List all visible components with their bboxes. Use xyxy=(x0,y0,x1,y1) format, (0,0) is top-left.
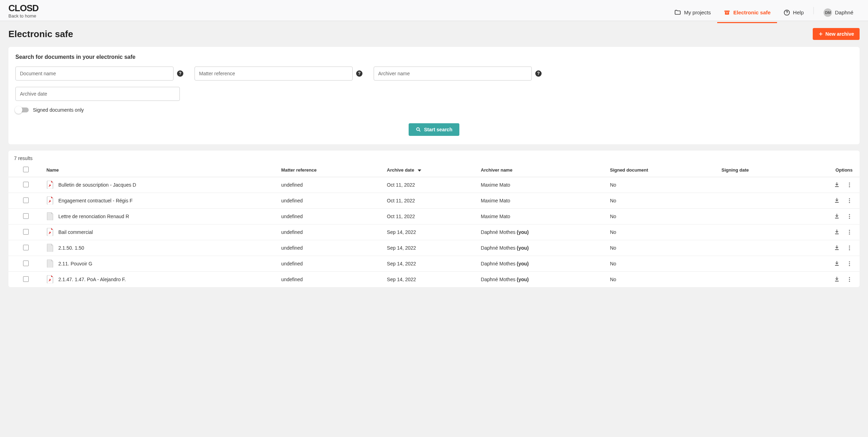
archive-date-field-wrap xyxy=(15,87,180,101)
signed-cell: No xyxy=(607,272,719,287)
kebab-menu-icon[interactable] xyxy=(846,182,853,188)
document-name-input[interactable] xyxy=(15,67,174,81)
row-checkbox[interactable] xyxy=(23,182,29,187)
table-row: 2.1.50. 1.50undefinedSep 14, 2022Daphné … xyxy=(8,240,860,256)
search-panel: Search for documents in your electronic … xyxy=(8,47,860,144)
document-name[interactable]: 2.1.47. 1.47. PoA - Alejandro F. xyxy=(58,277,126,282)
row-checkbox[interactable] xyxy=(23,213,29,219)
svg-point-16 xyxy=(849,216,850,217)
name-cell: Bulletin de souscription - Jacques D xyxy=(47,181,276,189)
archiver-name-input[interactable] xyxy=(374,67,532,81)
row-actions xyxy=(810,245,853,251)
download-icon[interactable] xyxy=(834,182,840,188)
col-archive-date-header[interactable]: Archive date xyxy=(384,163,478,177)
svg-point-23 xyxy=(849,245,850,247)
row-checkbox[interactable] xyxy=(23,197,29,203)
svg-point-7 xyxy=(849,182,850,183)
signed-only-label: Signed documents only xyxy=(33,107,84,113)
matter-reference-input[interactable] xyxy=(195,67,353,81)
download-icon[interactable] xyxy=(834,229,840,235)
nav-help[interactable]: Help xyxy=(777,3,810,23)
col-signed-header[interactable]: Signed document xyxy=(607,163,719,177)
table-row: 2.11. Pouvoir GundefinedSep 14, 2022Daph… xyxy=(8,256,860,272)
document-name[interactable]: 2.1.50. 1.50 xyxy=(58,245,84,251)
svg-point-24 xyxy=(849,248,850,249)
archive-date-cell: Sep 14, 2022 xyxy=(384,272,478,287)
plus-icon xyxy=(818,32,823,36)
svg-point-5 xyxy=(417,128,419,131)
signed-cell: No xyxy=(607,224,719,240)
you-label: (you) xyxy=(517,277,529,282)
svg-rect-1 xyxy=(725,12,729,15)
signed-cell: No xyxy=(607,193,719,209)
kebab-menu-icon[interactable] xyxy=(846,276,853,283)
col-archive-date-label: Archive date xyxy=(387,167,414,173)
signed-only-toggle[interactable] xyxy=(15,107,29,112)
svg-point-12 xyxy=(849,200,850,201)
col-matter-header[interactable]: Matter reference xyxy=(278,163,384,177)
col-name-header[interactable]: Name xyxy=(44,163,278,177)
search-row-1: ? ? ? xyxy=(15,67,853,81)
row-actions xyxy=(810,261,853,267)
archive-date-cell: Oct 11, 2022 xyxy=(384,193,478,209)
document-name[interactable]: Bail commercial xyxy=(58,229,93,235)
document-name[interactable]: Lettre de renonciation Renaud R xyxy=(58,214,129,219)
archiver-help-icon[interactable]: ? xyxy=(535,70,542,77)
table-row: Lettre de renonciation Renaud Rundefined… xyxy=(8,209,860,224)
table-header-row: Name Matter reference Archive date Archi… xyxy=(8,163,860,177)
doc-name-field-wrap: ? xyxy=(15,67,183,81)
svg-point-31 xyxy=(849,277,850,278)
kebab-menu-icon[interactable] xyxy=(846,229,853,235)
col-check-header xyxy=(8,163,44,177)
nav-electronic-safe[interactable]: Electronic safe xyxy=(717,3,777,23)
archiver-cell: Maxime Mato xyxy=(478,193,607,209)
svg-point-33 xyxy=(849,281,850,282)
download-icon[interactable] xyxy=(834,245,840,251)
signing-date-cell xyxy=(719,209,807,224)
pdf-file-icon xyxy=(47,196,54,205)
svg-rect-30 xyxy=(835,281,839,282)
svg-rect-2 xyxy=(726,13,728,13)
matter-cell: undefined xyxy=(278,177,384,193)
matter-cell: undefined xyxy=(278,209,384,224)
user-name-label: Daphné xyxy=(835,9,853,15)
download-icon[interactable] xyxy=(834,213,840,220)
row-actions xyxy=(810,182,853,188)
download-icon[interactable] xyxy=(834,197,840,204)
name-cell: 2.1.50. 1.50 xyxy=(47,244,276,252)
select-all-checkbox[interactable] xyxy=(23,167,29,172)
archiver-cell: Daphné Mothes (you) xyxy=(478,240,607,256)
signing-date-cell xyxy=(719,256,807,272)
back-to-home-link[interactable]: Back to home xyxy=(8,13,38,19)
row-checkbox[interactable] xyxy=(23,229,29,235)
new-archive-button[interactable]: New archive xyxy=(813,28,860,40)
new-archive-label: New archive xyxy=(825,31,854,37)
kebab-menu-icon[interactable] xyxy=(846,213,853,220)
document-name[interactable]: Bulletin de souscription - Jacques D xyxy=(58,182,136,188)
doc-name-help-icon[interactable]: ? xyxy=(177,70,183,77)
download-icon[interactable] xyxy=(834,276,840,283)
document-name[interactable]: Engagement contractuel - Régis F xyxy=(58,198,133,203)
kebab-menu-icon[interactable] xyxy=(846,245,853,251)
results-panel: 7 results Name Matter reference Archive … xyxy=(8,151,860,287)
archive-date-input[interactable] xyxy=(15,87,180,101)
you-label: (you) xyxy=(517,229,529,235)
document-name[interactable]: 2.11. Pouvoir G xyxy=(58,261,92,266)
col-archiver-header[interactable]: Archiver name xyxy=(478,163,607,177)
matter-ref-help-icon[interactable]: ? xyxy=(356,70,362,77)
logo[interactable]: CLOSD xyxy=(8,3,38,14)
archiver-field-wrap: ? xyxy=(374,67,542,81)
nav-user-menu[interactable]: DM Daphné xyxy=(817,3,860,23)
svg-rect-26 xyxy=(835,265,839,266)
row-checkbox[interactable] xyxy=(23,261,29,266)
kebab-menu-icon[interactable] xyxy=(846,261,853,267)
kebab-menu-icon[interactable] xyxy=(846,197,853,204)
row-checkbox[interactable] xyxy=(23,276,29,282)
download-icon[interactable] xyxy=(834,261,840,267)
nav-my-projects[interactable]: My projects xyxy=(668,3,717,23)
row-checkbox[interactable] xyxy=(23,245,29,250)
col-signing-date-header[interactable]: Signing date xyxy=(719,163,807,177)
name-cell: 2.1.47. 1.47. PoA - Alejandro F. xyxy=(47,275,276,284)
start-search-button[interactable]: Start search xyxy=(409,123,459,136)
svg-point-19 xyxy=(849,230,850,231)
